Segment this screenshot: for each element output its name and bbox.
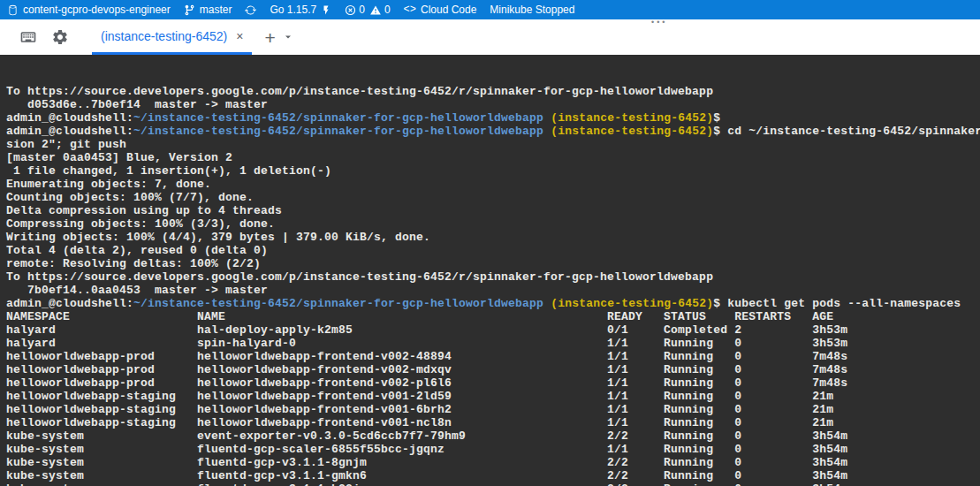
terminal-line: remote: Resolving deltas: 100% (2/2) [6,257,980,270]
problems-item[interactable]: 0 0 [345,4,390,16]
terminal-line: Writing objects: 100% (4/4), 379 bytes |… [6,231,980,244]
terminal-line: admin_@cloudshell:~/instance-testing-645… [6,111,980,125]
terminal-line: sion 2"; git push [6,138,980,151]
status-bar: content-gcpro-devops-engineer master Go … [0,0,980,19]
terminal-line: kube-system fluentd-gcp-v3.1.1-8gnjm 2/2… [6,456,980,469]
terminal-line: 1 file changed, 1 insertion(+), 1 deleti… [6,164,980,178]
branch-status-item[interactable]: master [184,4,232,16]
database-icon [7,4,19,16]
terminal-line: helloworldwebapp-prod helloworldwebapp-f… [6,376,980,390]
warning-icon [369,4,382,16]
terminal-line: Counting objects: 100% (7/7), done. [6,191,980,204]
terminal-line: To https://source.developers.google.com/… [6,85,980,98]
terminal-line: helloworldwebapp-staging helloworldwebap… [6,416,980,429]
tab-bar: ••• (instance-testing-6452) × + [0,19,980,55]
code-brackets-icon: <> [404,4,416,16]
terminal-line: Enumerating objects: 7, done. [6,178,980,191]
sync-icon [245,4,256,16]
terminal-line: admin_@cloudshell:~/instance-testing-645… [6,125,980,138]
tab-menu-caret-icon[interactable] [283,32,293,42]
terminal-line: Total 4 (delta 2), reused 0 (delta 0) [6,244,980,257]
go-version-item[interactable]: Go 1.15.7 [270,4,331,16]
minikube-status: Minikube Stopped [490,4,574,16]
lightning-icon [321,4,331,16]
terminal-line: helloworldwebapp-staging helloworldwebap… [6,390,980,403]
terminal-line: kube-system fluentd-gcp-v3.1.1-gmkn6 2/2… [6,469,980,482]
cloud-code-item[interactable]: <> Cloud Code [404,4,477,16]
terminal[interactable]: To https://source.developers.google.com/… [0,55,980,486]
tab-close-icon[interactable]: × [236,29,243,43]
panel-drag-handle[interactable]: ••• [651,18,667,27]
terminal-line: Delta compression using up to 4 threads [6,204,980,217]
branch-name: master [200,4,232,16]
keyboard-icon[interactable] [19,28,37,46]
terminal-line: d053d6e..7b0ef14 master -> master [6,98,980,111]
terminal-line: 7b0ef14..0aa0453 master -> master [6,284,980,297]
gear-icon[interactable] [51,28,69,46]
terminal-output: To https://source.developers.google.com/… [6,85,980,486]
terminal-line: NAMESPACE NAME READY STATUS RESTARTS AGE [6,310,980,323]
terminal-line: kube-system event-exporter-v0.3.0-5cd6cc… [6,429,980,443]
terminal-line: [master 0aa0453] Blue, Version 2 [6,151,980,164]
terminal-line: halyard spin-halyard-0 1/1 Running 0 3h5… [6,337,980,350]
terminal-tab[interactable]: (instance-testing-6452) × [92,19,252,55]
terminal-line: admin_@cloudshell:~/instance-testing-645… [6,297,980,310]
project-name: content-gcpro-devops-engineer [23,4,171,16]
terminal-line: halyard hal-deploy-apply-k2m85 0/1 Compl… [6,323,980,337]
terminal-line: Compressing objects: 100% (3/3), done. [6,217,980,231]
sync-status-item[interactable] [245,4,256,16]
go-version: Go 1.15.7 [270,4,316,16]
git-branch-icon [184,4,195,16]
warning-count: 0 [384,4,391,16]
terminal-line: helloworldwebapp-prod helloworldwebapp-f… [6,363,980,376]
terminal-line: helloworldwebapp-prod helloworldwebapp-f… [6,350,980,363]
error-icon [345,4,356,16]
terminal-line: helloworldwebapp-staging helloworldwebap… [6,403,980,416]
minikube-status-item[interactable]: Minikube Stopped [490,4,574,16]
terminal-line: To https://source.developers.google.com/… [6,270,980,284]
terminal-line: kube-system fluentd-gcp-scaler-6855f55bc… [6,443,980,456]
project-status-item[interactable]: content-gcpro-devops-engineer [7,4,171,16]
error-count: 0 [359,4,365,16]
new-tab-button[interactable]: + [264,28,275,47]
terminal-tab-label: (instance-testing-6452) [101,29,227,43]
cloud-code-label: Cloud Code [421,4,476,16]
terminal-line: kube-system fluentd-gcp-v3.1.1-k22jw 2/2… [6,482,980,486]
